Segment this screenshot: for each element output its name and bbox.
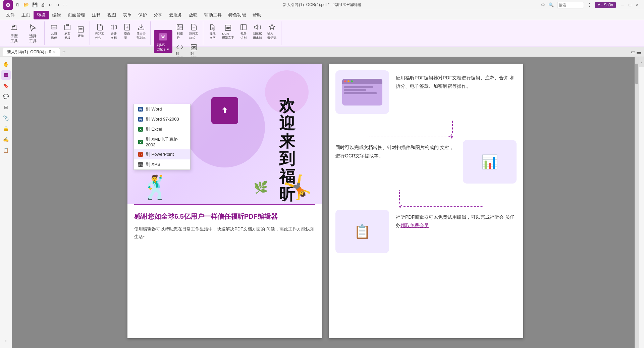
svg-text:W: W: [139, 118, 142, 121]
merge-button[interactable]: 合并文档: [108, 22, 120, 42]
sidebar-item-bookmarks[interactable]: 🔖: [1, 81, 11, 90]
page1-title: 感谢您如全球6.5亿用户一样信任福昕PDF编辑器: [134, 212, 315, 221]
feature-block-1: 应用福昕PDF编辑器对PDF文档进行编辑、注释、合并 和拆分、电子签章、加密解密…: [335, 70, 517, 114]
sidebar-item-comments[interactable]: 💬: [1, 92, 11, 101]
page1-desc: 使用编辑器可以帮助您在日常工作生活中，快速解决PDF文档方面的 问题，高效工作方…: [134, 225, 315, 241]
user-badge: A - Sh3n: [595, 2, 616, 8]
menu-page-manage[interactable]: 页面管理: [64, 11, 89, 19]
main-area: ✋ 🖼 🔖 💬 ⊞ 📎 🔒 ✍ 📋 ›: [0, 57, 644, 348]
undo-icon[interactable]: ↩: [48, 2, 53, 8]
menu-form[interactable]: 表单: [119, 11, 135, 19]
tab-close-button[interactable]: ✕: [53, 50, 56, 54]
titlebar-left: 🗋 📂 💾 🖨 ↩ ↪ ⋯: [3, 0, 68, 10]
menu-help[interactable]: 帮助: [249, 11, 265, 19]
to-excel-item[interactable]: X 到 Excel: [134, 124, 190, 134]
close-button[interactable]: ✕: [634, 2, 641, 8]
sidebar-item-thumbnails[interactable]: 🖼: [1, 70, 11, 80]
sidebar-item-attachments[interactable]: 📎: [1, 113, 11, 123]
form-button[interactable]: 表单: [75, 22, 87, 42]
menu-special[interactable]: 特色功能: [225, 11, 249, 19]
pdf-page-2: 应用福昕PDF编辑器对PDF文档进行编辑、注释、合并 和拆分、电子签章、加密解密…: [329, 64, 523, 338]
activation-button[interactable]: 输入激活码: [265, 22, 278, 42]
ribbon-group-ocr: 提取文字 OCR OCR识别文本 截屏识别 朗读试用水印 输入激活码: [204, 21, 281, 45]
menu-view[interactable]: 视图: [104, 11, 119, 19]
menu-convert[interactable]: 转换: [34, 11, 49, 19]
new-tab-button[interactable]: +: [60, 48, 68, 56]
menu-protect[interactable]: 保护: [135, 11, 150, 19]
to-xps-item[interactable]: XPS 到 XPS: [134, 159, 190, 169]
person-right: 🤸: [283, 173, 312, 201]
sidebar-item-form[interactable]: 📋: [1, 145, 11, 155]
to-image-button[interactable]: 到图片: [174, 22, 186, 42]
hand-tool-label: 手型工具: [10, 33, 18, 44]
screenshot-ocr-button[interactable]: 截屏识别: [237, 22, 250, 42]
hand-tool-button[interactable]: 手型工具: [5, 22, 23, 45]
sidebar-item-security[interactable]: 🔒: [1, 124, 11, 133]
ribbon-package-buttons: PDF文件包 合并文档 空白页 导出全部副本: [93, 22, 148, 45]
window-controls: ─ □ ✕: [619, 2, 641, 8]
settings-icon[interactable]: ⚙: [541, 2, 545, 7]
maximize-button[interactable]: □: [627, 2, 633, 8]
pdf-tab-label: 新人引导(1)_OCR(4).pdf: [7, 49, 51, 55]
to-office-button[interactable]: W 到MSOffice ▼: [154, 30, 172, 53]
ribbon-group-convert: W 到MSOffice ▼ 到图片 到HTML 到纯文格式: [151, 21, 203, 45]
page2-features: 应用福昕PDF编辑器对PDF文档进行编辑、注释、合并 和拆分、电子签章、加密解密…: [329, 64, 523, 267]
to-powerpoint-item[interactable]: P 到 PowerPoint: [134, 149, 190, 159]
save-icon[interactable]: 💾: [31, 2, 39, 8]
scrollbar-thumb[interactable]: [635, 64, 638, 84]
redo-icon[interactable]: ↪: [55, 2, 60, 8]
more-options-icon[interactable]: ⋮: [587, 2, 592, 7]
menu-slideshow[interactable]: 放映: [185, 11, 201, 19]
from-scanner-button[interactable]: 从扫描仪: [48, 22, 60, 42]
tts-button[interactable]: 朗读试用水印: [251, 22, 264, 42]
sidebar-item-signature[interactable]: ✍: [1, 135, 11, 144]
to-word-item[interactable]: W 到 Word: [134, 104, 190, 114]
extract-text-button[interactable]: 提取文字: [207, 22, 219, 42]
sidebar-item-hand[interactable]: ✋: [1, 60, 11, 69]
minimize-button[interactable]: ─: [619, 2, 626, 8]
pdf-viewer[interactable]: JOIN US 欢迎来到福昕 🕺 🌿 🤸 感谢您如全球6.5亿用户一样信任福昕P…: [12, 57, 639, 348]
svg-text:XPS: XPS: [138, 164, 143, 166]
feature-text-1: 应用福昕PDF编辑器对PDF文档进行编辑、注释、合并 和拆分、电子签章、加密解密…: [396, 70, 517, 90]
ocr-button[interactable]: OCR OCR识别文本: [220, 22, 236, 42]
menu-home[interactable]: 主页: [18, 11, 34, 19]
ribbon-convert-buttons: W 到MSOffice ▼ 到图片 到HTML 到纯文格式: [154, 22, 200, 61]
view-mode-double[interactable]: ▬: [637, 49, 641, 55]
vertical-scrollbar[interactable]: [635, 57, 639, 348]
from-clipboard-button[interactable]: 从剪贴板: [61, 22, 73, 42]
search-input[interactable]: [557, 2, 584, 8]
print-icon[interactable]: 🖨: [40, 2, 46, 8]
pdf-package-button[interactable]: PDF文件包: [93, 22, 106, 42]
menu-cloud[interactable]: 云服务: [166, 11, 185, 19]
view-mode-single[interactable]: ▭: [631, 49, 635, 55]
export-all-button[interactable]: 导出全部副本: [135, 22, 148, 42]
to-word97-item[interactable]: W 到 Word 97-2003: [134, 114, 190, 124]
menu-edit[interactable]: 编辑: [49, 11, 64, 19]
menu-tools[interactable]: 辅助工具: [201, 11, 225, 19]
sidebar-expand-button[interactable]: ›: [1, 336, 11, 345]
page1-bottom: 感谢您如全球6.5亿用户一样信任福昕PDF编辑器 使用编辑器可以帮助您在日常工作…: [127, 205, 322, 248]
to-xml-excel-item[interactable]: X 到 XML电子表格2003: [134, 134, 190, 149]
blank-page-button[interactable]: 空白页: [121, 22, 133, 42]
free-member-link[interactable]: 领取免费会员: [400, 223, 429, 228]
select-tool-button[interactable]: 选择工具: [24, 22, 42, 45]
new-icon[interactable]: 🗋: [15, 2, 21, 8]
ribbon: 手型工具 选择工具 从扫描仪 从剪贴板 表单: [0, 20, 644, 47]
open-icon[interactable]: 📂: [22, 2, 30, 8]
sidebar-item-layers[interactable]: ⊞: [1, 102, 11, 112]
more-icon[interactable]: ⋯: [62, 2, 68, 8]
to-text-format-button[interactable]: 到纯文格式: [187, 22, 200, 42]
menu-annotate[interactable]: 注释: [89, 11, 104, 19]
svg-text:P: P: [140, 153, 142, 156]
svg-text:OCR: OCR: [226, 26, 231, 29]
word-icon: W: [138, 107, 143, 112]
xps-icon: XPS: [138, 162, 143, 167]
menu-file[interactable]: 文件: [3, 11, 18, 19]
menu-share[interactable]: 分享: [150, 11, 166, 19]
pdf-tab[interactable]: 新人引导(1)_OCR(4).pdf ✕: [3, 48, 60, 56]
search-icon[interactable]: 🔍: [548, 2, 554, 7]
to-office-label: 到MSOffice ▼: [157, 43, 170, 51]
word97-icon: W: [138, 117, 143, 122]
right-panel-expand-button[interactable]: ‹: [639, 57, 644, 67]
feature-icon-1: [335, 70, 389, 114]
